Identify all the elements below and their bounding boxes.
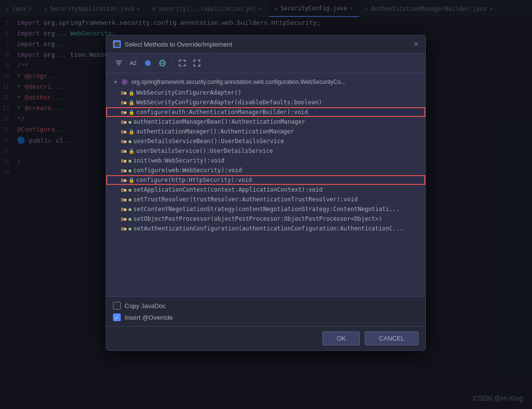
method-lock-icon-4: 🔒 bbox=[129, 129, 134, 134]
method-tree[interactable]: ▼ C org.springframework.security.config.… bbox=[106, 73, 425, 296]
method-lock-icon-2: 🔒 bbox=[129, 110, 134, 115]
tree-expand-icon: ▼ bbox=[113, 80, 118, 85]
method-icon-m-7: ≡● bbox=[121, 158, 127, 164]
method-row-11[interactable]: ≡● ● setTrustResolver(trustResolver:Auth… bbox=[106, 195, 425, 204]
toolbar-globe-icon[interactable] bbox=[157, 57, 168, 69]
dialog-title-area: ⬛ Select Methods to Override/Implement bbox=[113, 40, 232, 48]
dialog-footer-options: Copy JavaDoc ✓ Insert @Override bbox=[106, 296, 425, 326]
method-row-0[interactable]: ≡● 🔒 WebSecurityConfigurerAdapter() bbox=[106, 88, 425, 98]
method-row-10[interactable]: ≡● ● setApplicationContext(context:Appli… bbox=[106, 185, 425, 195]
toolbar-sort-az-button[interactable]: AZ bbox=[128, 57, 139, 69]
method-green-icon-11: ● bbox=[129, 197, 131, 202]
method-text-10: setApplicationContext(context:Applicatio… bbox=[133, 186, 322, 193]
method-icon-m-4: ≡● bbox=[121, 129, 127, 134]
method-icon-m-8: ≡● bbox=[121, 168, 127, 173]
method-icon-m-5: ≡● bbox=[121, 139, 127, 144]
method-row-12[interactable]: ≡● ● setContentNegotiationStrategy(conte… bbox=[106, 204, 425, 214]
method-lock-icon-9: 🔒 bbox=[129, 178, 134, 183]
method-text-9: configure(http:HttpSecurity):void bbox=[136, 177, 252, 183]
method-row-6[interactable]: ≡● 🔒 userDetailsService():UserDetailsSer… bbox=[106, 146, 425, 156]
method-green-icon-5: ● bbox=[129, 139, 131, 144]
method-text-5: userDetailsServiceBean():UserDetailsServ… bbox=[133, 138, 284, 145]
cancel-button[interactable]: CANCEL bbox=[365, 331, 419, 345]
method-text-6: userDetailsService():UserDetailsService bbox=[136, 147, 273, 154]
method-green-icon-8: ● bbox=[129, 168, 131, 173]
svg-point-3 bbox=[145, 60, 151, 66]
method-lock-icon-1: 🔒 bbox=[129, 100, 134, 105]
tree-root-label: org.springframework.security.config.anno… bbox=[131, 79, 346, 85]
method-text-1: WebSecurityConfigurerAdapter(disableDefa… bbox=[136, 99, 322, 106]
method-text-11: setTrustResolver(trustResolver:Authentic… bbox=[133, 196, 357, 203]
method-icon-m-11: ≡● bbox=[121, 197, 127, 202]
toolbar-expand-button[interactable] bbox=[177, 57, 188, 69]
method-row-9[interactable]: ≡● 🔒 configure(http:HttpSecurity):void bbox=[106, 175, 425, 185]
method-lock-icon-6: 🔒 bbox=[129, 148, 134, 154]
method-icon-m-9: ≡● bbox=[121, 178, 127, 183]
dialog-title: Select Methods to Override/Implement bbox=[125, 41, 232, 48]
method-green-icon-14: ● bbox=[129, 226, 131, 231]
copy-javadoc-box[interactable] bbox=[113, 302, 121, 310]
method-icon-m-6: ≡● bbox=[121, 148, 127, 154]
method-icon-m-3: ≡● bbox=[121, 119, 127, 125]
svg-text:C: C bbox=[123, 80, 126, 85]
method-row-7[interactable]: ≡● ● init(web:WebSecurity):void bbox=[106, 156, 425, 165]
method-row-13[interactable]: ≡● ● setObjectPostProcessor(objectPostPr… bbox=[106, 214, 425, 224]
dialog-close-button[interactable]: × bbox=[414, 40, 419, 48]
method-row-5[interactable]: ≡● ● userDetailsServiceBean():UserDetail… bbox=[106, 136, 425, 146]
dialog-app-icon: ⬛ bbox=[113, 40, 121, 48]
method-icon-m-13: ≡● bbox=[121, 216, 127, 222]
method-text-14: setAuthenticationConfiguration(authentic… bbox=[133, 225, 403, 232]
method-green-icon-7: ● bbox=[129, 158, 131, 164]
method-text-7: init(web:WebSecurity):void bbox=[133, 157, 225, 164]
method-text-3: authenticationManagerBean():Authenticati… bbox=[133, 118, 305, 125]
method-row-14[interactable]: ≡● ● setAuthenticationConfiguration(auth… bbox=[106, 224, 425, 233]
method-lock-icon: 🔒 bbox=[129, 90, 134, 96]
method-green-icon-13: ● bbox=[129, 216, 131, 222]
dialog-header: ⬛ Select Methods to Override/Implement × bbox=[106, 35, 425, 53]
dialog-toolbar: AZ bbox=[106, 53, 425, 73]
toolbar-collapse-button[interactable] bbox=[191, 57, 203, 69]
override-implement-dialog: ⬛ Select Methods to Override/Implement ×… bbox=[106, 35, 426, 351]
insert-override-checkbox[interactable]: ✓ Insert @Override bbox=[113, 313, 419, 321]
method-text-2: configure(auth:AuthenticationManagerBuil… bbox=[136, 109, 308, 115]
method-text-8: configure(web:WebSecurity):void bbox=[133, 167, 242, 174]
toolbar-separator bbox=[172, 59, 173, 67]
method-green-icon-12: ● bbox=[129, 207, 131, 212]
copy-javadoc-checkbox[interactable]: Copy JavaDoc bbox=[113, 302, 419, 310]
method-icon-m-2: ≡● bbox=[121, 110, 127, 115]
method-green-icon-10: ● bbox=[129, 187, 131, 193]
copy-javadoc-label: Copy JavaDoc bbox=[125, 302, 166, 310]
method-icon-m: ≡● bbox=[121, 90, 127, 96]
method-row-4[interactable]: ≡● 🔒 authenticationManager():Authenticat… bbox=[106, 127, 425, 136]
toolbar-circle-icon[interactable] bbox=[142, 57, 154, 69]
method-icon-m-1: ≡● bbox=[121, 100, 127, 105]
method-row-1[interactable]: ≡● 🔒 WebSecurityConfigurerAdapter(disabl… bbox=[106, 98, 425, 107]
tree-root-node: ▼ C org.springframework.security.config.… bbox=[106, 76, 425, 88]
root-class-icon: C bbox=[121, 78, 129, 86]
insert-override-label: Insert @Override bbox=[125, 314, 173, 321]
ok-button[interactable]: OK bbox=[322, 331, 360, 345]
method-row-3[interactable]: ≡● ● authenticationManagerBean():Authent… bbox=[106, 117, 425, 127]
method-text-13: setObjectPostProcessor(objectPostProcess… bbox=[133, 215, 382, 222]
method-green-icon-3: ● bbox=[129, 119, 131, 125]
insert-override-box[interactable]: ✓ bbox=[113, 313, 121, 321]
method-text-4: authenticationManager():AuthenticationMa… bbox=[136, 128, 294, 135]
method-row-8[interactable]: ≡● ● configure(web:WebSecurity):void bbox=[106, 165, 425, 175]
method-icon-m-12: ≡● bbox=[121, 207, 127, 212]
method-row-2[interactable]: ≡● 🔒 configure(auth:AuthenticationManage… bbox=[106, 107, 425, 117]
method-icon-m-10: ≡● bbox=[121, 187, 127, 193]
method-text-12: setContentNegotiationStrategy(contentNeg… bbox=[133, 206, 400, 213]
toolbar-filter-button[interactable] bbox=[113, 57, 125, 69]
method-icon-m-14: ≡● bbox=[121, 226, 127, 231]
method-text-0: WebSecurityConfigurerAdapter() bbox=[136, 89, 242, 96]
dialog-buttons: OK CANCEL bbox=[106, 326, 425, 350]
